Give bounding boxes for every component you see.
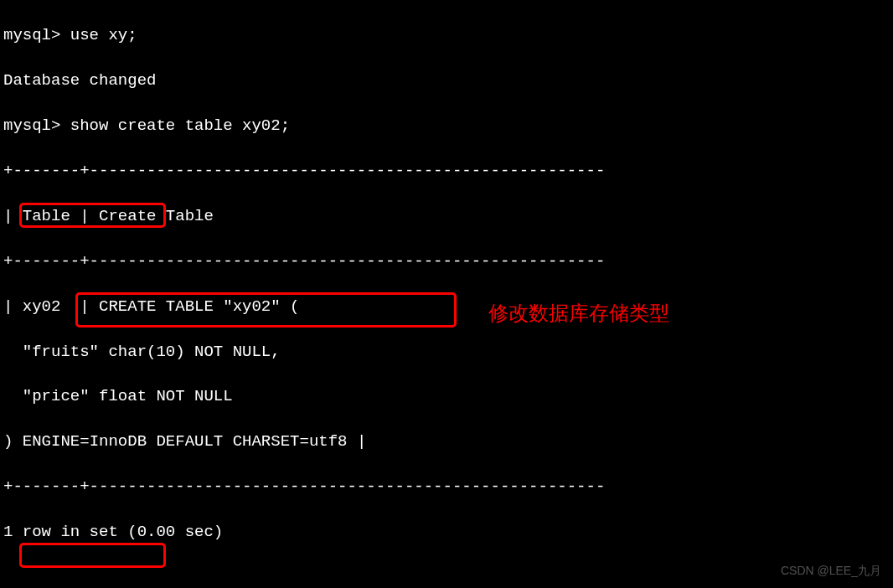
terminal-line: Database changed bbox=[3, 70, 893, 92]
terminal-line: | xy02 | CREATE TABLE "xy02" ( bbox=[3, 296, 893, 318]
terminal-line: +-------+-------------------------------… bbox=[3, 476, 893, 498]
terminal-line: "price" float NOT NULL bbox=[3, 385, 893, 408]
annotation-label: 修改数据库存储类型 bbox=[488, 299, 669, 328]
terminal-line: mysql> show create table xy02; bbox=[3, 115, 893, 137]
text-fragment: DEFAULT CHARSET=utf8 | bbox=[147, 432, 366, 451]
engine-innodb-text: ENGINE=InnoDB bbox=[23, 432, 147, 451]
watermark-text: CSDN @LEE_九月 bbox=[781, 563, 881, 580]
text-fragment: ) bbox=[3, 432, 23, 451]
terminal-line: mysql> use xy; bbox=[3, 24, 893, 47]
terminal-line: | Table | Create Table bbox=[3, 205, 893, 228]
terminal-line: +-------+-------------------------------… bbox=[3, 250, 893, 273]
terminal-line: +-------+-------------------------------… bbox=[3, 160, 893, 183]
terminal-line: 1 row in set (0.00 sec) bbox=[3, 521, 893, 544]
terminal-line: "fruits" char(10) NOT NULL, bbox=[3, 341, 893, 364]
terminal-line: ) ENGINE=InnoDB DEFAULT CHARSET=utf8 | bbox=[3, 431, 893, 453]
terminal-output[interactable]: mysql> use xy; Database changed mysql> s… bbox=[3, 2, 893, 588]
